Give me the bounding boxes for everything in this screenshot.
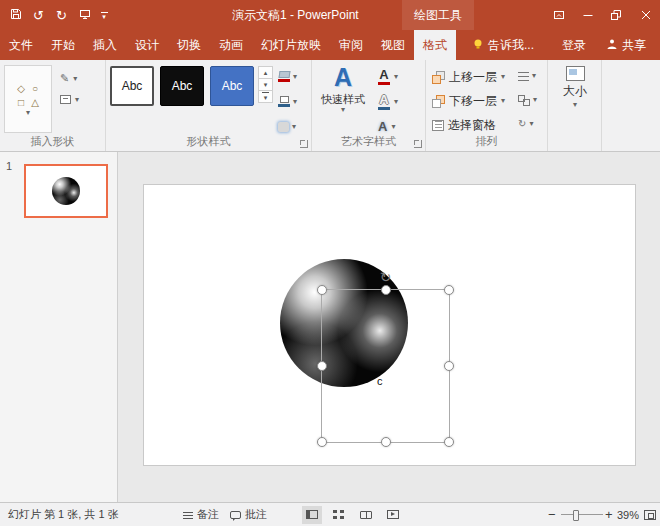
selection-handle-top-left[interactable] [317, 285, 327, 295]
selection-box[interactable]: ↻ [321, 289, 450, 443]
zoom-level[interactable]: 39% [617, 503, 639, 526]
chevron-down-icon: ▾ [292, 123, 296, 131]
reading-view-button[interactable] [356, 506, 376, 524]
chevron-down-icon: ▾ [391, 123, 395, 131]
selection-pane-button[interactable]: 选择窗格 [432, 114, 496, 136]
tab-design[interactable]: 设计 [126, 30, 168, 60]
gallery-more-button[interactable]: ▾ [258, 90, 273, 103]
share-button[interactable]: 共享 [596, 30, 656, 60]
comments-button[interactable]: 批注 [230, 503, 267, 526]
text-fill-button[interactable]: A ▾ [378, 64, 422, 89]
chevron-down-icon: ▾ [293, 73, 297, 81]
save-button[interactable] [4, 3, 27, 27]
send-backward-button[interactable]: 下移一层 ▾ [432, 90, 505, 112]
tab-insert[interactable]: 插入 [84, 30, 126, 60]
shapes-gallery-button[interactable]: ◇ ○ □ △ ▾ [4, 65, 52, 133]
text-fill-icon: A [378, 69, 390, 85]
selection-handle-top-center[interactable] [381, 285, 391, 295]
pencil-icon: ✎ [60, 73, 69, 84]
size-icon [566, 66, 585, 81]
selection-handle-bottom-right[interactable] [444, 437, 454, 447]
undo-icon: ↺ [33, 8, 44, 23]
group-label-insert-shapes: 插入形状 [0, 134, 105, 149]
edit-shape-button[interactable]: ✎ ▾ [58, 68, 102, 89]
slide-sorter-icon [333, 510, 345, 519]
chevron-down-icon: ▾ [101, 12, 108, 19]
selection-handle-bottom-center[interactable] [381, 437, 391, 447]
tab-transitions[interactable]: 切换 [168, 30, 210, 60]
glow-effect-icon [278, 122, 289, 132]
slide[interactable]: c ↻ [143, 184, 636, 466]
chevron-down-icon: ▾ [293, 98, 297, 106]
zoom-slider[interactable] [561, 503, 603, 526]
slide-thumbnail-panel[interactable]: 1 [0, 152, 118, 502]
zoom-slider-thumb[interactable] [573, 510, 579, 521]
chevron-up-icon: ▴ [264, 69, 268, 77]
group-objects-icon [518, 95, 530, 106]
zoom-slider-track[interactable] [561, 514, 603, 515]
minimize-icon [583, 10, 593, 20]
shape-outline-button[interactable]: ▾ [278, 89, 310, 114]
tell-me-box[interactable]: 告诉我... [464, 30, 542, 60]
selection-handle-middle-right[interactable] [444, 361, 454, 371]
reading-view-icon [360, 511, 372, 519]
ribbon-display-options-button[interactable] [544, 0, 573, 30]
undo-button[interactable]: ↺ [27, 3, 50, 27]
selection-handle-top-right[interactable] [444, 285, 454, 295]
zoom-in-button[interactable]: + [605, 503, 613, 526]
slide-sorter-view-button[interactable] [329, 506, 349, 524]
contextual-tab-group-label: 绘图工具 [402, 0, 474, 30]
tab-view[interactable]: 视图 [372, 30, 414, 60]
tab-format[interactable]: 格式 [414, 30, 456, 60]
tab-animations[interactable]: 动画 [210, 30, 252, 60]
shape-style-preset-3[interactable]: Abc [210, 66, 254, 106]
send-backward-label: 下移一层 [449, 93, 497, 110]
shape-style-preset-1[interactable]: Abc [110, 66, 154, 106]
rotation-handle[interactable]: ↻ [380, 270, 392, 284]
window-controls [544, 0, 660, 30]
restore-button[interactable] [602, 0, 631, 30]
share-label: 共享 [622, 37, 646, 54]
chevron-down-icon: ▾ [394, 98, 398, 106]
close-button[interactable] [631, 0, 660, 30]
redo-button[interactable]: ↻ [50, 3, 73, 27]
quick-access-toolbar: ↺ ↻ ▾ [4, 0, 112, 30]
shape-style-preset-2[interactable]: Abc [160, 66, 204, 106]
text-outline-button[interactable]: A ▾ [378, 89, 422, 114]
selection-handle-bottom-left[interactable] [317, 437, 327, 447]
tab-slideshow[interactable]: 幻灯片放映 [252, 30, 330, 60]
text-box-button[interactable]: ▾ [58, 89, 102, 110]
align-objects-button[interactable]: ▾ [518, 64, 546, 88]
tab-file[interactable]: 文件 [0, 30, 42, 60]
text-box-icon [60, 95, 71, 104]
notes-button[interactable]: 备注 [183, 503, 219, 526]
normal-view-button[interactable] [302, 506, 322, 524]
slideshow-view-button[interactable] [383, 506, 403, 524]
person-icon [606, 38, 618, 53]
slide-thumbnail[interactable] [24, 164, 108, 218]
rotate-objects-button[interactable]: ↻ ▾ [518, 112, 546, 136]
slide-canvas[interactable]: c ↻ [118, 152, 660, 502]
chevron-down-icon: ▾ [532, 72, 536, 80]
customize-qat-button[interactable]: ▾ [96, 3, 112, 27]
shape-fill-button[interactable]: ▾ [278, 64, 310, 89]
tab-home[interactable]: 开始 [42, 30, 84, 60]
fit-to-window-button[interactable] [644, 503, 656, 526]
minimize-button[interactable] [573, 0, 602, 30]
group-objects-button[interactable]: ▾ [518, 88, 546, 112]
selection-handle-middle-left[interactable] [317, 361, 327, 371]
sign-in-button[interactable]: 登录 [552, 30, 596, 60]
bring-forward-button[interactable]: 上移一层 ▾ [432, 66, 505, 88]
size-button[interactable]: 大小 ▾ [548, 66, 602, 109]
notes-icon [183, 511, 193, 519]
start-from-beginning-button[interactable] [73, 3, 96, 27]
tab-review[interactable]: 审阅 [330, 30, 372, 60]
comment-bubble-icon [230, 511, 241, 519]
square-shape-icon: □ [18, 97, 24, 108]
group-wordart-styles: A 快速样式 ▾ A ▾ A ▾ A ▾ 艺术字样式 [312, 60, 426, 151]
tell-me-label: 告诉我... [488, 37, 534, 54]
slideshow-icon [387, 510, 399, 519]
view-switcher [302, 503, 403, 526]
quick-styles-button[interactable]: A 快速样式 ▾ [314, 62, 372, 134]
zoom-out-button[interactable]: − [548, 503, 556, 526]
